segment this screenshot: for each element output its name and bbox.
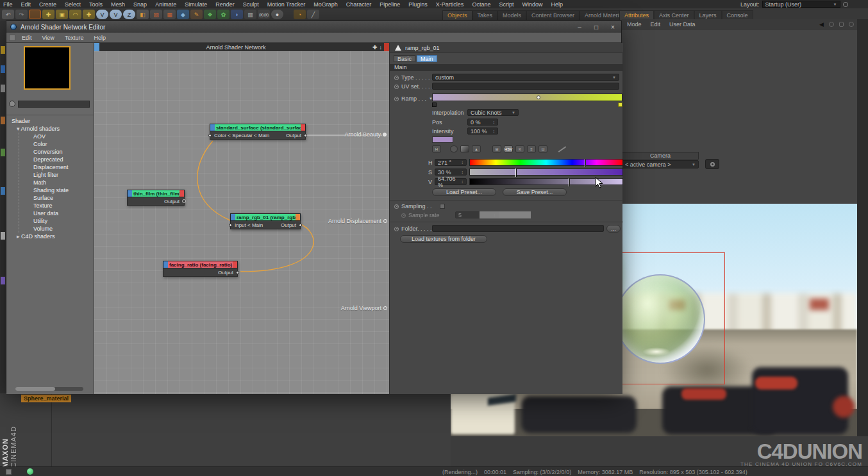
menu-window[interactable]: Window (522, 1, 542, 8)
folder-browse-button[interactable]: ... (606, 225, 621, 233)
port-dot-icon[interactable] (394, 204, 399, 209)
eyedropper-icon[interactable] (558, 146, 567, 152)
menu-file[interactable]: File (3, 1, 13, 8)
save-preset-button[interactable]: Save Preset... (503, 188, 567, 196)
menu-animate[interactable]: Animate (155, 1, 176, 8)
port-dot-icon[interactable] (394, 227, 399, 231)
tab-console[interactable]: Console (722, 10, 753, 20)
render-view-icon[interactable]: ◧ (137, 10, 149, 19)
tool-icon[interactable] (1, 46, 5, 54)
type-dropdown[interactable]: custom ▼ (432, 74, 619, 81)
coord-x-icon[interactable]: V (96, 10, 108, 19)
user-data-menu[interactable]: User Data (669, 21, 696, 28)
port-dot-icon[interactable] (394, 97, 399, 101)
ramp-gradient[interactable] (432, 94, 622, 101)
right-scroll-strip[interactable] (857, 19, 868, 436)
load-textures-button[interactable]: Load textures from folder (400, 235, 487, 243)
menu-create[interactable]: Create (39, 1, 56, 8)
hue-slider-handle[interactable] (585, 159, 586, 167)
undo-icon[interactable]: ↶ (2, 10, 14, 19)
hsv-mode-icon[interactable]: HSV (504, 145, 513, 152)
editor-titlebar[interactable]: Arnold Shader Network Editor – □ × (6, 21, 621, 33)
menu-pipeline[interactable]: Pipeline (380, 1, 400, 8)
output-port[interactable] (182, 199, 186, 203)
tab-attributes[interactable]: Attributes (619, 10, 654, 20)
coord-y-icon[interactable]: V (110, 10, 122, 19)
target-icon[interactable] (849, 22, 854, 27)
node-thin-film[interactable]: thin_film (thin_film) Output (127, 190, 185, 206)
spinner-icon[interactable]: ↕ (462, 160, 464, 165)
camera-icon[interactable] (705, 159, 719, 169)
node-input-square[interactable] (210, 124, 215, 131)
tracks-icon[interactable]: ◎◎ (258, 10, 270, 19)
layout-dropdown[interactable]: Startup (User) ▼ (762, 1, 840, 8)
last-tool-icon[interactable]: ✚ (83, 10, 95, 19)
load-preset-button[interactable]: Load Preset... (432, 188, 496, 196)
output-port[interactable] (304, 134, 307, 137)
redo-icon[interactable]: ↷ (15, 10, 28, 19)
pos-field[interactable]: 0 % ↕ (467, 119, 498, 126)
node-output-square[interactable] (296, 214, 300, 220)
menu-edit[interactable]: Edit (21, 1, 31, 8)
tab-takes[interactable]: Takes (472, 10, 498, 20)
uvset-field[interactable] (432, 83, 619, 90)
saturation-slider-handle[interactable] (515, 168, 517, 177)
generators-icon[interactable]: ❖ (204, 10, 216, 19)
material-name-tag[interactable]: Sphere_material (21, 395, 71, 402)
deformer-icon[interactable]: ◗ (231, 10, 243, 19)
menu-select[interactable]: Select (65, 1, 81, 8)
port-arnold-displacement[interactable]: Arnold Displacement (328, 218, 387, 224)
menu-plugins[interactable]: Plugins (408, 1, 428, 8)
tool-icon[interactable] (1, 232, 5, 240)
ramp-knot-mid[interactable] (537, 95, 540, 99)
h-field[interactable]: 271 ° ↕ (435, 159, 467, 166)
scroll-down-icon[interactable]: ↓ (380, 44, 383, 51)
tool-icon[interactable] (1, 277, 5, 284)
node-output-square[interactable] (179, 190, 184, 197)
menu-render[interactable]: Render (215, 1, 235, 8)
node-input-square[interactable] (163, 261, 168, 268)
swatches-icon[interactable]: ⊞ (492, 145, 501, 152)
close-button[interactable]: × (605, 24, 621, 31)
move-tool-icon[interactable]: ✚ (42, 10, 54, 19)
graph-corner-red[interactable] (384, 43, 389, 51)
tree-item-conversion[interactable]: Conversion (33, 148, 69, 156)
tab-models[interactable]: Models (497, 10, 526, 20)
timer-icon[interactable]: ◔ (294, 10, 306, 19)
value-slider[interactable] (469, 178, 623, 185)
menu-sculpt[interactable]: Sculpt (243, 1, 259, 8)
ramp-knot-left[interactable] (432, 103, 437, 107)
menu-motion-tracker[interactable]: Motion Tracker (267, 1, 306, 8)
tab-content-browser[interactable]: Content Browser (526, 10, 580, 20)
tree-arnold-shaders[interactable]: ▾ Arnold shaders (12, 125, 69, 133)
intensity-field[interactable]: 100 % ↕ (467, 127, 498, 135)
graph-corner-blue[interactable] (94, 43, 99, 51)
select-tool-icon[interactable] (29, 10, 41, 19)
material-sphere-icon[interactable] (27, 468, 33, 475)
spinner-icon[interactable]: ↕ (493, 120, 496, 124)
menu-tools[interactable]: Tools (89, 1, 103, 8)
spinner-icon[interactable]: ↕ (462, 170, 464, 174)
menu-xparticles[interactable]: X-Particles (436, 1, 464, 8)
port-arnold-viewport[interactable]: Arnold Viewport (341, 305, 387, 311)
compact-icon[interactable]: ⊡ (538, 145, 547, 152)
preview-mode-icon[interactable] (9, 101, 15, 107)
menu-script[interactable]: Script (499, 1, 513, 8)
tool-icon[interactable] (1, 65, 5, 73)
pen-icon[interactable]: ✎ (190, 10, 203, 19)
render-icon[interactable]: ▨ (150, 10, 162, 19)
interpolation-dropdown[interactable]: Cubic Knots ▼ (467, 109, 519, 116)
value-slider-handle[interactable] (569, 178, 570, 186)
port-dot-icon[interactable] (394, 85, 399, 89)
menu-mograph[interactable]: MoGraph (313, 1, 338, 8)
hue-mode-icon[interactable]: H (432, 145, 441, 152)
tree-item-surface[interactable]: Surface (33, 194, 69, 202)
v-field[interactable]: 64.706 % ↕ (435, 178, 467, 185)
left-pane-hscrollbar[interactable] (15, 387, 83, 391)
spinner-icon[interactable]: ↕ (462, 179, 464, 184)
tab-layers[interactable]: Layers (694, 10, 722, 20)
kelvin-icon[interactable]: K (515, 145, 524, 152)
mograph-icon[interactable]: ✿ (217, 10, 230, 19)
port-dot-icon[interactable] (394, 76, 399, 80)
output-port[interactable] (236, 271, 239, 274)
